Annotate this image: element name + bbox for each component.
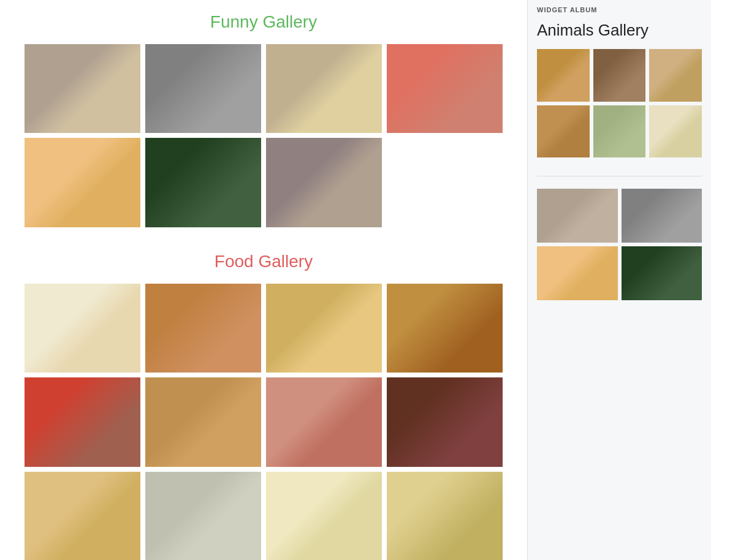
funny-gallery-section: Funny Gallery [25, 12, 503, 227]
list-item[interactable] [25, 284, 140, 373]
widget-label: WIDGET ALBUM [537, 6, 702, 13]
list-item[interactable] [145, 472, 261, 561]
funny-gallery-title: Funny Gallery [25, 12, 503, 32]
list-item[interactable] [25, 138, 140, 227]
list-item[interactable] [145, 44, 261, 133]
animals-gallery-grid [537, 49, 702, 157]
list-item[interactable] [537, 105, 590, 158]
list-item[interactable] [266, 44, 382, 133]
list-item[interactable] [266, 284, 382, 373]
list-item[interactable] [25, 44, 140, 133]
list-item[interactable] [593, 105, 646, 158]
list-item[interactable] [622, 189, 702, 243]
list-item[interactable] [387, 472, 503, 561]
list-item[interactable] [145, 138, 261, 227]
list-item[interactable] [649, 105, 702, 158]
main-content: Funny Gallery Food Gallery [0, 0, 527, 560]
list-item[interactable] [266, 138, 382, 227]
food-gallery-grid [25, 284, 503, 560]
list-item[interactable] [622, 246, 702, 300]
list-item[interactable] [25, 377, 140, 466]
list-item[interactable] [387, 377, 503, 466]
list-item[interactable] [649, 49, 702, 102]
list-item[interactable] [266, 377, 382, 466]
funny-widget-grid [537, 189, 702, 300]
list-item[interactable] [25, 472, 140, 561]
animals-gallery-title: Animals Gallery [537, 21, 702, 40]
sidebar: WIDGET ALBUM Animals Gallery [527, 0, 711, 560]
list-item[interactable] [387, 44, 503, 133]
list-item[interactable] [145, 377, 261, 466]
list-item[interactable] [145, 284, 261, 373]
sidebar-divider [537, 176, 702, 176]
list-item[interactable] [537, 246, 618, 300]
list-item[interactable] [593, 49, 646, 102]
list-item[interactable] [537, 189, 618, 243]
food-gallery-section: Food Gallery [25, 252, 503, 560]
list-item[interactable] [266, 472, 382, 561]
funny-gallery-grid [25, 44, 503, 227]
list-item[interactable] [387, 284, 503, 373]
food-gallery-title: Food Gallery [25, 252, 503, 271]
list-item[interactable] [537, 49, 590, 102]
